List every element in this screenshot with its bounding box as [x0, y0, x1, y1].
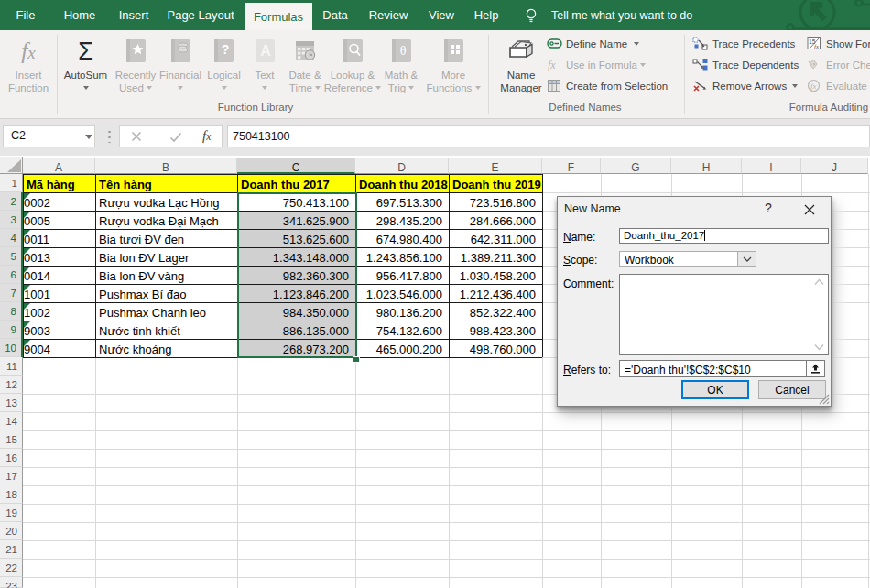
svg-text:A: A: [260, 43, 271, 59]
svg-text:fx: fx: [810, 82, 817, 91]
svg-text:fx: fx: [548, 59, 556, 71]
svg-text:θ: θ: [399, 44, 406, 58]
svg-text:fx: fx: [814, 43, 819, 49]
svg-text:?: ?: [222, 42, 230, 57]
